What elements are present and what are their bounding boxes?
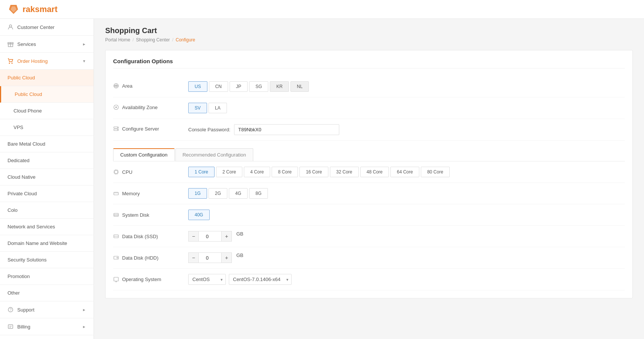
ssd-value[interactable] bbox=[199, 231, 221, 242]
area-option-nl[interactable]: NL bbox=[290, 81, 309, 92]
system-disk-options: 40G bbox=[188, 210, 625, 220]
area-option-kr[interactable]: KR bbox=[270, 81, 289, 92]
sidebar-label: Colo bbox=[8, 207, 18, 213]
az-row: Availability Zone SV LA bbox=[113, 97, 625, 119]
ssd-stepper: − + bbox=[188, 231, 232, 242]
area-option-us[interactable]: US bbox=[188, 81, 207, 92]
sidebar-item-vps[interactable]: VPS bbox=[0, 119, 94, 136]
hdd-stepper: − + bbox=[188, 252, 232, 263]
memory-2g[interactable]: 2G bbox=[209, 188, 227, 199]
svg-point-2 bbox=[9, 25, 12, 27]
cpu-icon bbox=[113, 169, 119, 175]
cpu-32core[interactable]: 32 Core bbox=[330, 167, 359, 177]
tab-recommended-configuration[interactable]: Recommended Configuration bbox=[175, 148, 253, 161]
data-disk-hdd-label: Data Disk (HDD) bbox=[113, 255, 188, 261]
sidebar: Customer Center Services ► Order Hosting… bbox=[0, 19, 94, 339]
az-option-sv[interactable]: SV bbox=[188, 103, 207, 113]
cpu-16core[interactable]: 16 Core bbox=[299, 167, 328, 177]
console-row: Console Password: bbox=[188, 124, 339, 135]
sidebar-label: Promotion bbox=[8, 274, 30, 279]
sidebar-item-customer-center[interactable]: Customer Center bbox=[0, 19, 94, 36]
ssd-unit: GB bbox=[236, 231, 243, 242]
ssd-increment[interactable]: + bbox=[221, 231, 232, 242]
system-disk-label: System Disk bbox=[113, 212, 188, 218]
az-option-la[interactable]: LA bbox=[209, 103, 227, 113]
os-label: Operating System bbox=[113, 277, 188, 283]
area-option-jp[interactable]: JP bbox=[230, 81, 248, 92]
area-label: Area bbox=[113, 81, 188, 89]
logo-text: raksmart bbox=[23, 5, 57, 14]
sidebar-item-cloud-native[interactable]: Cloud Native bbox=[0, 169, 94, 185]
sidebar-item-order-hosting[interactable]: Order Hosting ▼ bbox=[0, 53, 94, 70]
sidebar-label: Bare Metal Cloud bbox=[8, 141, 45, 147]
configuration-tabs: Custom Configuration Recommended Configu… bbox=[113, 148, 625, 161]
sidebar-item-public-cloud-child[interactable]: Public Cloud bbox=[0, 86, 94, 103]
breadcrumb-home[interactable]: Portal Home bbox=[105, 37, 130, 43]
cart-icon bbox=[8, 58, 14, 64]
memory-options: 1G 2G 4G 8G bbox=[188, 188, 625, 199]
sidebar-label: Cloud Native bbox=[8, 174, 35, 180]
sidebar-label: Network and Services bbox=[8, 224, 55, 230]
svg-rect-35 bbox=[114, 213, 118, 216]
sidebar-item-dedicated[interactable]: Dedicated bbox=[0, 152, 94, 169]
sidebar-item-domain-website[interactable]: Domain Name and Website bbox=[0, 235, 94, 252]
disk-icon bbox=[113, 212, 119, 218]
cpu-2core[interactable]: 2 Core bbox=[216, 167, 242, 177]
header: raksmart bbox=[0, 0, 644, 19]
tab-custom-configuration[interactable]: Custom Configuration bbox=[113, 148, 175, 161]
az-label: Availability Zone bbox=[113, 103, 188, 110]
os-type-select[interactable]: CentOS Ubuntu Debian Windows bbox=[188, 274, 226, 285]
system-disk-40g[interactable]: 40G bbox=[188, 210, 210, 220]
memory-label: Memory bbox=[113, 190, 188, 196]
memory-8g[interactable]: 8G bbox=[249, 188, 268, 199]
area-icon bbox=[113, 83, 119, 89]
sidebar-label: Dedicated bbox=[8, 158, 30, 163]
svg-point-6 bbox=[9, 63, 10, 64]
sidebar-item-billing[interactable]: Billing ► bbox=[0, 318, 94, 335]
area-option-sg[interactable]: SG bbox=[249, 81, 268, 92]
area-options: US CN JP SG KR NL bbox=[188, 81, 625, 92]
os-row: Operating System CentOS Ubuntu Debian Wi… bbox=[113, 269, 625, 290]
ssd-decrement[interactable]: − bbox=[188, 231, 199, 242]
cpu-64core[interactable]: 64 Core bbox=[390, 167, 419, 177]
cpu-4core[interactable]: 4 Core bbox=[244, 167, 270, 177]
area-option-cn[interactable]: CN bbox=[209, 81, 228, 92]
sidebar-label: Other bbox=[8, 290, 20, 296]
console-password-input[interactable] bbox=[234, 124, 339, 135]
breadcrumb-shopping[interactable]: Shopping Center bbox=[136, 37, 170, 43]
os-options: CentOS Ubuntu Debian Windows CentOS-7.0.… bbox=[188, 274, 625, 285]
os-version-select[interactable]: CentOS-7.0.1406-x64 CentOS-6.5-x64 CentO… bbox=[229, 274, 292, 285]
sidebar-item-other[interactable]: Other bbox=[0, 285, 94, 301]
hdd-increment[interactable]: + bbox=[221, 252, 232, 263]
sidebar-item-colo[interactable]: Colo bbox=[0, 202, 94, 219]
hdd-decrement[interactable]: − bbox=[188, 252, 199, 263]
hdd-value[interactable] bbox=[199, 252, 221, 263]
os-icon bbox=[113, 277, 119, 283]
memory-1g[interactable]: 1G bbox=[188, 188, 207, 199]
memory-4g[interactable]: 4G bbox=[229, 188, 248, 199]
sidebar-item-services[interactable]: Services ► bbox=[0, 36, 94, 53]
logo-icon bbox=[8, 3, 20, 15]
sidebar-item-public-cloud-parent[interactable]: Public Cloud bbox=[0, 70, 94, 86]
cpu-1core[interactable]: 1 Core bbox=[188, 167, 215, 177]
data-disk-ssd-row: Data Disk (SSD) − + GB bbox=[113, 226, 625, 247]
sidebar-item-cloud-phone[interactable]: Cloud Phone bbox=[0, 103, 94, 119]
hdd-icon bbox=[113, 255, 119, 261]
sidebar-label: Support bbox=[17, 307, 35, 313]
sidebar-label: Cloud Phone bbox=[14, 108, 42, 114]
support-icon: ? bbox=[8, 307, 14, 313]
sidebar-item-support[interactable]: ? Support ► bbox=[0, 301, 94, 318]
sidebar-item-network-services[interactable]: Network and Services bbox=[0, 219, 94, 235]
cpu-80core[interactable]: 80 Core bbox=[421, 167, 450, 177]
az-options: SV LA bbox=[188, 103, 625, 113]
cpu-48core[interactable]: 48 Core bbox=[360, 167, 389, 177]
cpu-8core[interactable]: 8 Core bbox=[272, 167, 298, 177]
sidebar-item-security[interactable]: Security Solutions bbox=[0, 252, 94, 268]
sidebar-item-promotion[interactable]: Promotion bbox=[0, 268, 94, 285]
sidebar-item-private-cloud[interactable]: Private Cloud bbox=[0, 185, 94, 202]
sidebar-item-account[interactable]: Account ► bbox=[0, 335, 94, 339]
main-content: Shopping Cart Portal Home / Shopping Cen… bbox=[94, 19, 644, 339]
sidebar-label: Order Hosting bbox=[17, 58, 48, 64]
sidebar-label: Billing bbox=[17, 324, 30, 330]
sidebar-item-bare-metal-cloud[interactable]: Bare Metal Cloud bbox=[0, 136, 94, 152]
